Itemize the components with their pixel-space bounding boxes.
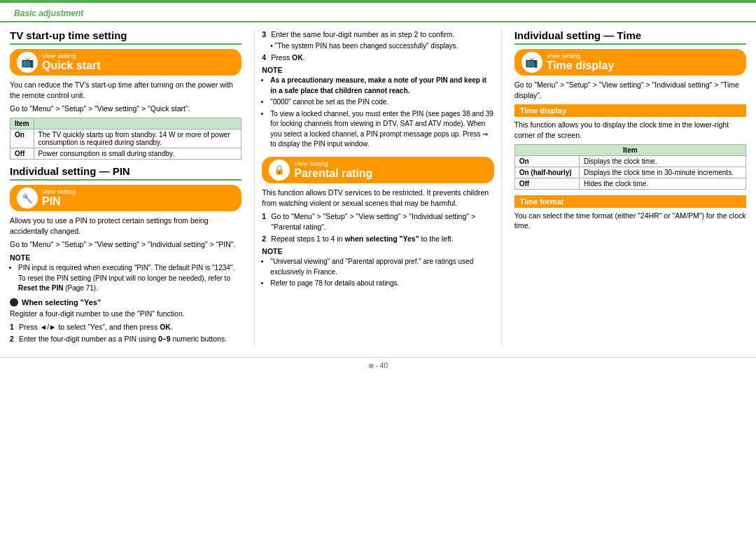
step-text: Repeat steps 1 to 4 in when selecting "Y… bbox=[271, 234, 453, 244]
content-area: TV start-up time setting 📺 View setting … bbox=[0, 22, 756, 353]
list-item: As a precautionary measure, make a note … bbox=[270, 76, 493, 96]
wrench-icon: 🔧 bbox=[22, 193, 33, 204]
table-cell-key: On bbox=[10, 129, 34, 148]
table-header-item: Item bbox=[10, 118, 34, 129]
table-cell-value: Displays the clock time. bbox=[579, 155, 746, 167]
tv-icon: 📺 bbox=[21, 56, 34, 69]
step-3: 3 Enter the same four-digit number as in… bbox=[262, 29, 493, 40]
section-pin-title: Individual setting — PIN bbox=[10, 165, 241, 181]
table-cell-value: Hides the clock time. bbox=[579, 178, 746, 189]
pin-body1: Allows you to use a PIN to protect certa… bbox=[10, 216, 241, 236]
step-4: 4 Press OK. bbox=[262, 52, 493, 63]
pin-note-title: NOTE bbox=[10, 253, 241, 262]
page-footer: ⊕ - 40 bbox=[0, 357, 756, 372]
when-selecting-heading: When selecting "Yes" bbox=[10, 298, 241, 307]
quick-start-table: Item On The TV quickly starts up from st… bbox=[10, 118, 241, 160]
step-num: 1 bbox=[262, 211, 269, 232]
list-item: "0000" cannot be set as the PIN code. bbox=[270, 97, 493, 108]
list-item: PIN input is required when executing "PI… bbox=[18, 263, 241, 294]
step-num: 3 bbox=[262, 29, 269, 40]
middle-note-title: NOTE bbox=[262, 66, 493, 74]
pin-badge-big: PIN bbox=[42, 195, 76, 208]
tv-icon-right: 📺 bbox=[525, 56, 538, 69]
parental-body: This function allows DTV services to be … bbox=[262, 188, 493, 208]
middle-note-list: As a precautionary measure, make a note … bbox=[262, 76, 493, 150]
step-text: Go to "Menu" > "Setup" > "View setting" … bbox=[271, 211, 493, 232]
parental-note-title: NOTE bbox=[262, 247, 493, 255]
basic-adjustment-label: Basic adjustment bbox=[14, 8, 83, 18]
quick-start-badge-small: View setting bbox=[42, 53, 101, 59]
parental-step-2: 2 Repeat steps 1 to 4 in when selecting … bbox=[262, 234, 493, 244]
table-row: On (half-hourly) Displays the clock time… bbox=[514, 167, 746, 178]
lock-icon: 🔒 bbox=[274, 164, 285, 175]
step-num: 4 bbox=[262, 52, 269, 63]
step-text: Press ◄/► to select "Yes", and then pres… bbox=[19, 322, 173, 332]
list-item: Refer to page 78 for details about ratin… bbox=[270, 279, 493, 289]
table-row: On The TV quickly starts up from standby… bbox=[10, 129, 241, 148]
quick-start-body2: Go to "Menu" > "Setup" > "View setting" … bbox=[10, 104, 241, 114]
table-cell-key: On (half-hourly) bbox=[514, 167, 579, 178]
time-badge-small: View setting bbox=[547, 53, 615, 59]
pin-note-list: PIN input is required when executing "PI… bbox=[10, 263, 241, 294]
pin-steps: 1 Press ◄/► to select "Yes", and then pr… bbox=[10, 322, 241, 344]
register-text: Register a four-digit number to use the … bbox=[10, 309, 241, 319]
parental-badge-small: View setting bbox=[294, 161, 372, 167]
table-cell-value: The TV quickly starts up from standby. 1… bbox=[34, 129, 241, 148]
step-num: 1 bbox=[10, 322, 17, 332]
list-item: To view a locked channel, you must enter… bbox=[270, 109, 493, 150]
pin-icon-circle: 🔧 bbox=[17, 188, 38, 209]
tv-icon-circle: 📺 bbox=[17, 52, 38, 73]
table-cell-key: Off bbox=[10, 148, 34, 160]
table-cell-value: Displays the clock time in 30-minute inc… bbox=[579, 167, 746, 178]
time-display-body1: Go to "Menu" > "Setup" > "View setting" … bbox=[514, 80, 746, 100]
when-selecting-label: When selecting "Yes" bbox=[22, 298, 101, 307]
step-3-sub: • "The system PIN has been changed succe… bbox=[270, 41, 493, 51]
middle-steps-top: 3 Enter the same four-digit number as in… bbox=[262, 29, 493, 62]
parental-badge-big: Parental rating bbox=[294, 167, 372, 180]
header-row: Basic adjustment bbox=[0, 3, 756, 22]
footer-text: ⊕ - 40 bbox=[368, 362, 388, 370]
time-display-sub-body: This function allows you to display the … bbox=[514, 120, 746, 140]
time-badge-big: Time display bbox=[547, 59, 615, 72]
step-text: Enter the same four-digit number as in s… bbox=[271, 29, 454, 40]
parental-note-list: "Universal viewing" and "Parental approv… bbox=[262, 257, 493, 289]
step-text: Enter the four-digit number as a PIN usi… bbox=[19, 334, 227, 344]
step-text: Press OK. bbox=[271, 52, 304, 63]
parental-steps: 1 Go to "Menu" > "Setup" > "View setting… bbox=[262, 211, 493, 244]
pin-badge-small: View setting bbox=[42, 189, 76, 195]
time-display-sub-title: Time display bbox=[514, 104, 746, 117]
table-cell-value: Power consumption is small during standb… bbox=[34, 148, 241, 160]
quick-start-badge: 📺 View setting Quick start bbox=[10, 49, 241, 76]
page: Basic adjustment TV start-up time settin… bbox=[0, 0, 756, 534]
quick-start-body1: You can reduce the TV's start-up time af… bbox=[10, 80, 241, 100]
time-display-table: Item On Displays the clock time. On (hal… bbox=[514, 144, 746, 190]
step-num: 2 bbox=[10, 334, 17, 344]
table-header-blank bbox=[34, 118, 241, 129]
pin-body2: Go to "Menu" > "Setup" > "View setting" … bbox=[10, 239, 241, 250]
table-row: On Displays the clock time. bbox=[514, 155, 746, 167]
section-time-title: Individual setting — Time bbox=[514, 29, 746, 45]
table-row: Off Power consumption is small during st… bbox=[10, 148, 241, 160]
step-num: 2 bbox=[262, 234, 269, 244]
step-1: 1 Press ◄/► to select "Yes", and then pr… bbox=[10, 322, 241, 332]
middle-column: 3 Enter the same four-digit number as in… bbox=[254, 29, 501, 346]
left-column: TV start-up time setting 📺 View setting … bbox=[10, 29, 246, 346]
parental-rating-badge: 🔒 View setting Parental rating bbox=[262, 157, 493, 183]
time-format-sub-title: Time format bbox=[514, 195, 746, 208]
time-icon-circle: 📺 bbox=[522, 52, 542, 73]
table-cell-key: Off bbox=[514, 178, 579, 189]
quick-start-badge-big: Quick start bbox=[42, 59, 101, 72]
section-tv-startup-title: TV start-up time setting bbox=[10, 29, 241, 45]
pin-badge: 🔧 View setting PIN bbox=[10, 185, 241, 211]
table-header-item: Item bbox=[514, 144, 746, 155]
table-row: Off Hides the clock time. bbox=[514, 178, 746, 189]
bullet-circle-icon bbox=[10, 298, 18, 307]
list-item: "Universal viewing" and "Parental approv… bbox=[270, 257, 493, 277]
right-column: Individual setting — Time 📺 View setting… bbox=[510, 29, 746, 346]
parental-step-1: 1 Go to "Menu" > "Setup" > "View setting… bbox=[262, 211, 493, 232]
time-display-badge: 📺 View setting Time display bbox=[514, 49, 746, 76]
table-cell-key: On bbox=[514, 155, 579, 167]
time-format-body: You can select the time format (either "… bbox=[514, 211, 746, 231]
parental-icon-circle: 🔒 bbox=[269, 160, 290, 181]
step-2: 2 Enter the four-digit number as a PIN u… bbox=[10, 334, 241, 344]
